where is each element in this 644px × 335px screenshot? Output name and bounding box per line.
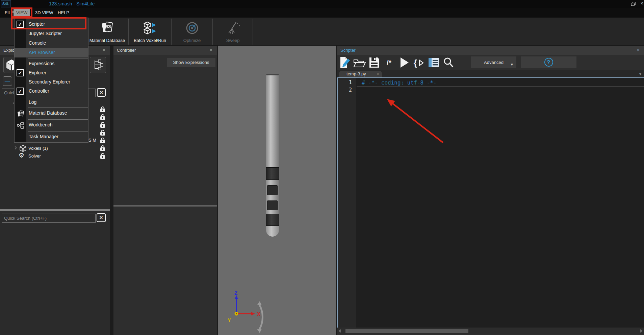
- close-icon[interactable]: ×: [101, 46, 107, 55]
- search-icon: [442, 56, 455, 69]
- edit-script-icon: [338, 56, 351, 69]
- lock-icon[interactable]: [100, 132, 105, 136]
- save-script-button[interactable]: [367, 56, 381, 69]
- menu-help[interactable]: HELP: [55, 9, 72, 17]
- window-title: 123.smash - Sim4Life: [49, 1, 95, 6]
- panel-splitter[interactable]: [0, 209, 110, 211]
- tab-overflow-icon[interactable]: ▾: [639, 72, 641, 76]
- close-icon[interactable]: ×: [208, 46, 214, 55]
- annotation-rect-scripter-item: [11, 17, 86, 29]
- lock-icon[interactable]: [100, 116, 105, 120]
- menu-bar: FILE VIEW 3D VIEW HELP: [0, 8, 644, 18]
- panel-splitter[interactable]: [113, 205, 217, 207]
- search-button[interactable]: [442, 56, 455, 69]
- toolbar-button-label: Optimize: [172, 38, 212, 43]
- clear-search-icon[interactable]: ×: [97, 213, 106, 222]
- lock-icon[interactable]: [100, 147, 105, 151]
- tree-structure-icon: [90, 57, 106, 73]
- run-script-button[interactable]: [397, 56, 411, 69]
- workbench-icon: [17, 122, 25, 129]
- advanced-dropdown[interactable]: Advanced ▾: [471, 56, 516, 68]
- open-folder-icon: [353, 56, 366, 69]
- probe-model[interactable]: [266, 74, 279, 237]
- tree-row-voxels[interactable]: Voxels (1): [0, 145, 98, 152]
- restore-button[interactable]: [627, 0, 639, 7]
- menu-item-controller[interactable]: ✓ Controller: [15, 87, 88, 96]
- collapse-all-button[interactable]: —: [3, 76, 12, 86]
- menu-item-console[interactable]: Console: [15, 39, 88, 48]
- run-selection-button[interactable]: { }: [412, 56, 426, 69]
- clear-search-icon[interactable]: ×: [97, 88, 106, 97]
- console-output-button[interactable]: [427, 56, 440, 69]
- menu-item-secondary-explorer[interactable]: Secondary Explorer: [15, 77, 88, 87]
- menu-item-log[interactable]: Log: [15, 98, 88, 107]
- toolbar-button-label: Sweep: [213, 38, 253, 43]
- help-icon: ?: [544, 58, 553, 67]
- scroll-left-icon[interactable]: [338, 329, 341, 333]
- tab-temp-3-py[interactable]: temp-3.py ×: [339, 71, 382, 78]
- new-script-button[interactable]: [338, 56, 351, 69]
- minimize-button[interactable]: —: [615, 0, 627, 7]
- close-tab-icon[interactable]: ×: [377, 71, 379, 77]
- sweep-button: Sweep: [213, 18, 253, 46]
- probe-electrode: [266, 200, 279, 211]
- toolbar-separator: [212, 19, 213, 45]
- lock-icon[interactable]: [100, 124, 105, 128]
- rotate-view-arc-icon[interactable]: [253, 301, 267, 335]
- quick-search-input-bottom[interactable]: [2, 214, 96, 223]
- menu-item-workbench[interactable]: Workbench: [15, 120, 88, 131]
- toolbar-separator: [171, 19, 172, 45]
- optimize-icon: [185, 21, 199, 37]
- view-menu-dropdown: ✓ Scripter Jupyter Scripter Console API …: [14, 18, 88, 143]
- horizontal-scrollbar[interactable]: [337, 328, 644, 334]
- restore-icon: [631, 2, 636, 6]
- menu-item-label: Workbench: [29, 122, 53, 127]
- menu-item-explorer[interactable]: ✓ Explorer: [15, 68, 88, 78]
- tree-options-button[interactable]: [90, 57, 106, 73]
- scrollbar-thumb[interactable]: [345, 329, 468, 333]
- tree-row-solver[interactable]: ⚙ Solver: [0, 152, 98, 160]
- ribbon-toolbar: Material Database Batch Voxel/Run: [0, 18, 644, 46]
- menu-item-material-database[interactable]: Material Database: [15, 109, 88, 119]
- lock-icon[interactable]: [100, 155, 105, 159]
- menu-item-task-manager[interactable]: Task Manager: [15, 132, 88, 142]
- menu-item-label: Task Manager: [29, 134, 58, 139]
- open-script-button[interactable]: [353, 56, 366, 69]
- batch-voxel-run-button[interactable]: Batch Voxel/Run: [129, 18, 171, 46]
- help-button[interactable]: ?: [521, 56, 576, 68]
- scripter-panel: Scripter × /* {: [337, 46, 644, 335]
- checkbox-checked-icon[interactable]: ✓: [17, 69, 24, 76]
- scroll-right-icon[interactable]: [640, 329, 643, 333]
- menu-item-api-browser[interactable]: API Browser: [15, 48, 88, 57]
- menu-item-jupyter-scripter[interactable]: Jupyter Scripter: [15, 29, 88, 39]
- code-line: [357, 87, 644, 94]
- title-bar: S4L 123.smash - Sim4Life — ×: [0, 0, 644, 8]
- line-number: 2: [342, 87, 352, 93]
- toolbar-button-label: Batch Voxel/Run: [129, 38, 171, 43]
- probe-segment: [266, 211, 279, 214]
- probe-tip: [266, 226, 279, 237]
- close-window-button[interactable]: ×: [640, 0, 644, 7]
- controller-panel: Controller × Show Expressions: [113, 46, 217, 335]
- tree-item-label: Solver: [28, 153, 41, 159]
- tree-expander-icon[interactable]: [14, 146, 17, 150]
- comment-button[interactable]: /*: [382, 56, 396, 69]
- material-database-button[interactable]: Material Database: [86, 18, 128, 46]
- lock-icon[interactable]: [100, 140, 105, 143]
- close-icon[interactable]: ×: [635, 46, 641, 55]
- menu-3d-view[interactable]: 3D VIEW: [32, 9, 56, 17]
- probe-electrode: [266, 185, 279, 195]
- panel-divider[interactable]: [110, 46, 113, 335]
- show-expressions-button[interactable]: Show Expressions: [167, 58, 215, 67]
- toolbar-button-label: Material Database: [86, 38, 128, 43]
- axis-y-label: Y: [228, 317, 231, 323]
- scripter-panel-header: Scripter ×: [337, 46, 644, 55]
- menu-item-expressions[interactable]: Expressions: [15, 59, 88, 69]
- annotation-rect-view-menu: [11, 7, 32, 18]
- lock-icon[interactable]: [100, 109, 105, 112]
- 3d-viewport[interactable]: Z X Y: [218, 46, 336, 335]
- material-database-icon: [17, 110, 25, 118]
- checkbox-checked-icon[interactable]: ✓: [17, 88, 24, 95]
- code-editor[interactable]: 1 2 # -*- coding: utf-8 -*-: [337, 77, 644, 328]
- menu-separator: [28, 107, 88, 108]
